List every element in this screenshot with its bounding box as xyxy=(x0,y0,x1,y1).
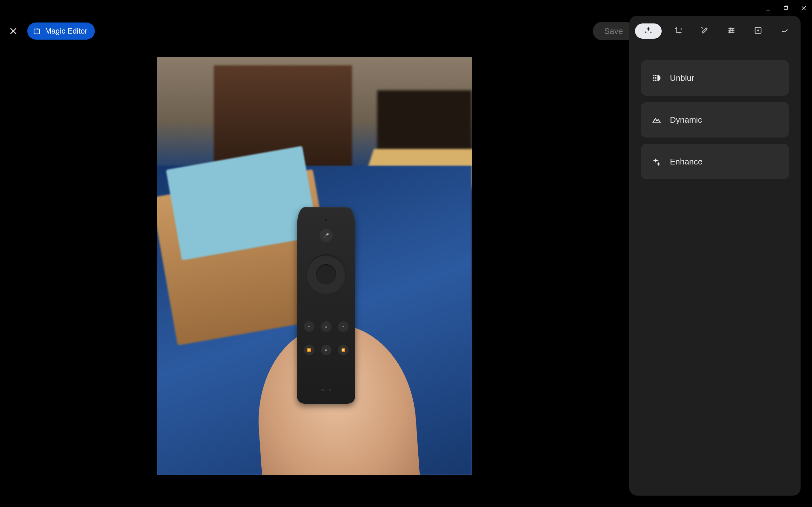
close-editor-button[interactable] xyxy=(6,23,21,39)
sparkle-plus-icon xyxy=(652,157,662,167)
svg-rect-6 xyxy=(34,29,39,34)
markup-icon xyxy=(780,26,789,36)
suggestion-label: Dynamic xyxy=(670,115,702,125)
photo-canvas[interactable]: 🎤 ↩⌂≡ ⏪⏯⏩ amazon xyxy=(157,57,472,475)
unblur-icon xyxy=(652,73,662,83)
svg-point-16 xyxy=(653,75,654,76)
tab-tools[interactable] xyxy=(695,23,715,39)
magic-editor-label: Magic Editor xyxy=(45,26,87,36)
tab-filters[interactable] xyxy=(748,23,768,39)
magic-editor-icon xyxy=(32,26,41,36)
tool-tabs xyxy=(629,16,801,46)
crop-rotate-icon xyxy=(674,26,682,36)
svg-point-12 xyxy=(729,32,730,33)
svg-point-18 xyxy=(653,80,654,81)
tools-icon xyxy=(700,26,709,36)
magic-editor-button[interactable]: Magic Editor xyxy=(27,22,95,40)
tab-adjust[interactable] xyxy=(721,23,742,39)
svg-point-20 xyxy=(655,78,656,78)
svg-rect-1 xyxy=(784,6,787,9)
window-minimize-button[interactable] xyxy=(763,3,773,13)
tab-suggestions[interactable] xyxy=(635,23,662,39)
sparkle-icon xyxy=(644,26,653,36)
photo-background: 🎤 ↩⌂≡ ⏪⏯⏩ amazon xyxy=(157,57,472,475)
save-button[interactable]: Save xyxy=(593,22,635,40)
window-maximize-button[interactable] xyxy=(781,3,791,13)
svg-point-17 xyxy=(653,78,654,78)
tab-crop[interactable] xyxy=(668,23,688,39)
suggestion-enhance[interactable]: Enhance xyxy=(641,144,789,179)
suggestion-label: Unblur xyxy=(670,73,694,83)
suggestions-list: Unblur Dynamic Enhance xyxy=(629,46,801,193)
landscape-icon xyxy=(652,115,662,125)
svg-point-19 xyxy=(655,75,656,76)
edit-side-panel: Unblur Dynamic Enhance xyxy=(629,16,801,496)
photo-subject-remote: 🎤 ↩⌂≡ ⏪⏯⏩ amazon xyxy=(297,207,355,403)
tab-markup[interactable] xyxy=(774,23,795,39)
svg-point-21 xyxy=(655,80,656,81)
svg-point-10 xyxy=(732,30,733,31)
filter-add-icon xyxy=(754,26,763,36)
save-label: Save xyxy=(604,26,623,36)
suggestion-label: Enhance xyxy=(670,157,703,167)
svg-point-8 xyxy=(729,27,731,29)
sliders-icon xyxy=(727,26,736,36)
suggestion-dynamic[interactable]: Dynamic xyxy=(641,102,789,137)
window-close-button[interactable] xyxy=(799,3,809,13)
remote-brand-text: amazon xyxy=(297,388,355,392)
suggestion-unblur[interactable]: Unblur xyxy=(641,60,789,96)
